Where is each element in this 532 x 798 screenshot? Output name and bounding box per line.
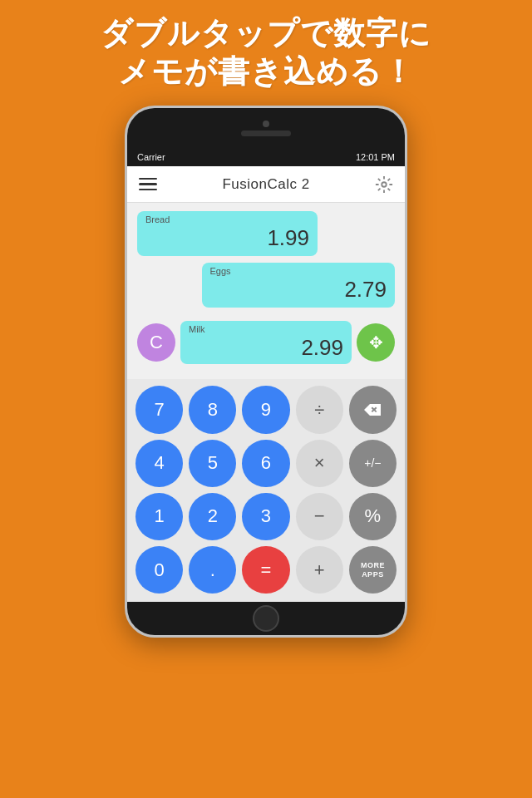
clear-button[interactable]: C: [137, 323, 175, 362]
time-label: 12:01 PM: [356, 152, 395, 162]
camera-dot: [263, 121, 269, 127]
current-display[interactable]: Milk 2.99: [180, 321, 352, 364]
hamburger-line: [139, 178, 157, 180]
key-.[interactable]: .: [189, 546, 236, 594]
key-2[interactable]: 2: [189, 493, 236, 540]
collapse-button[interactable]: ✥: [357, 323, 395, 362]
key-4[interactable]: 4: [135, 440, 183, 487]
eggs-label: Eggs: [210, 266, 231, 276]
calc-display: Bread 1.99 Eggs 2.79 C Milk 2.99 ✥: [127, 203, 405, 379]
phone-top-bezel: [127, 108, 405, 148]
header-text: ダブルタップで数字に メモが書き込める！: [101, 15, 431, 91]
current-entry-row: C Milk 2.99 ✥: [137, 321, 395, 364]
status-bar: Carrier 12:01 PM: [127, 148, 405, 166]
menu-button[interactable]: [139, 178, 157, 191]
bread-label: Bread: [145, 214, 170, 224]
key-%[interactable]: %: [349, 493, 397, 540]
key-7[interactable]: 7: [135, 386, 183, 433]
key-8[interactable]: 8: [189, 386, 236, 433]
key-=[interactable]: =: [242, 546, 289, 594]
key-moreapps[interactable]: MOREAPPS: [349, 546, 397, 594]
header-line2: メモが書き込める！: [101, 53, 431, 91]
bread-value: 1.99: [145, 215, 309, 251]
key-×[interactable]: ×: [296, 440, 343, 487]
key-5[interactable]: 5: [189, 440, 236, 487]
speaker-grille: [241, 131, 291, 136]
home-button[interactable]: [253, 605, 279, 632]
key-1[interactable]: 1: [135, 493, 183, 540]
phone-frame: Carrier 12:01 PM FusionCalc 2 Bread 1.99: [125, 106, 407, 638]
collapse-icon: ✥: [369, 332, 383, 352]
current-value: 2.99: [189, 325, 343, 361]
hamburger-line: [139, 189, 157, 191]
key-+[interactable]: +: [296, 546, 343, 594]
svg-point-0: [382, 182, 387, 187]
key-⌫[interactable]: [349, 386, 397, 433]
keypad: 789÷456×+/−123−%0.=+MOREAPPS: [127, 379, 405, 602]
eggs-entry[interactable]: Eggs 2.79: [202, 263, 396, 308]
phone-screen: Carrier 12:01 PM FusionCalc 2 Bread 1.99: [127, 148, 405, 602]
app-title: FusionCalc 2: [222, 176, 309, 193]
key-+/−[interactable]: +/−: [349, 440, 397, 487]
settings-icon[interactable]: [375, 175, 393, 194]
key-0[interactable]: 0: [135, 546, 183, 594]
key-3[interactable]: 3: [242, 493, 289, 540]
key-9[interactable]: 9: [242, 386, 289, 433]
hamburger-line: [139, 183, 157, 185]
bread-entry[interactable]: Bread 1.99: [137, 211, 318, 256]
key-6[interactable]: 6: [242, 440, 289, 487]
carrier-label: Carrier: [137, 152, 165, 162]
current-label: Milk: [189, 324, 205, 334]
key-÷[interactable]: ÷: [296, 386, 343, 433]
phone-bottom-bezel: [127, 602, 405, 635]
app-header: FusionCalc 2: [127, 166, 405, 203]
header-line1: ダブルタップで数字に: [101, 15, 431, 53]
key-−[interactable]: −: [296, 493, 343, 540]
eggs-value: 2.79: [210, 267, 387, 303]
